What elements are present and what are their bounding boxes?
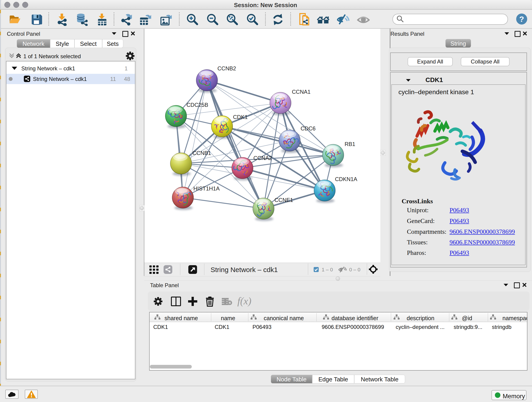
svg-text:CDC6: CDC6 — [301, 125, 316, 132]
svg-text:CDC25B: CDC25B — [186, 102, 208, 108]
svg-text:RB1: RB1 — [345, 141, 355, 147]
svg-text:CCNA1: CCNA1 — [292, 89, 310, 95]
svg-text:CCNB1: CCNB1 — [192, 150, 211, 156]
svg-text:CDKN1A: CDKN1A — [335, 176, 357, 182]
svg-text:CDK1: CDK1 — [233, 114, 248, 120]
svg-text:HIST1H1A: HIST1H1A — [193, 185, 220, 191]
svg-text:CCNA2: CCNA2 — [253, 155, 272, 161]
svg-text:CCNB2: CCNB2 — [217, 65, 236, 71]
svg-text:CCNE1: CCNE1 — [274, 197, 293, 203]
